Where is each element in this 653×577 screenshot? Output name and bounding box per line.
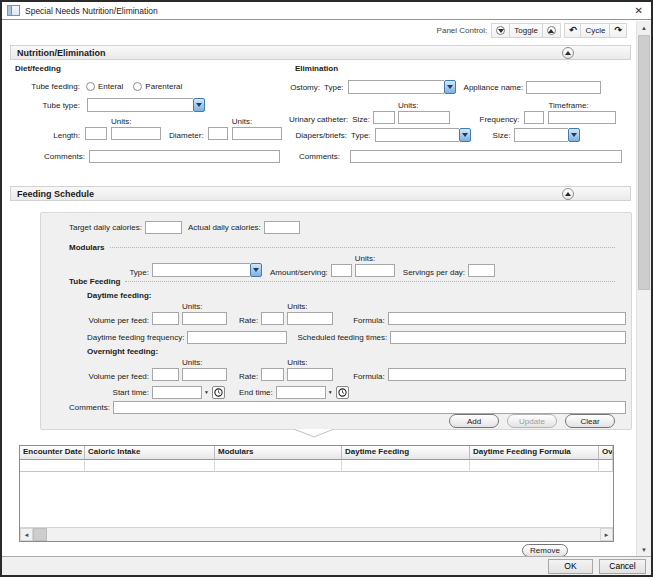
diapers-size-label: Size: [493, 131, 511, 140]
elimination-group: Elimination Ostomy: Type: Appliance name… [242, 62, 632, 174]
collapse-all-button[interactable] [491, 23, 510, 38]
diameter-input[interactable] [208, 127, 228, 140]
horizontal-scroll-thumb[interactable] [33, 528, 47, 541]
units-label: Units: [111, 117, 131, 126]
ostomy-type-select[interactable] [348, 80, 456, 94]
daytime-frequency-label: Daytime feeding frequency: [87, 333, 184, 342]
scroll-up-icon[interactable]: ▲ [637, 21, 651, 34]
vertical-scrollbar[interactable]: ▲ ▼ [636, 21, 651, 556]
appliance-name-input[interactable] [526, 81, 601, 94]
grid-body[interactable] [20, 472, 613, 527]
parenteral-radio[interactable] [133, 82, 142, 91]
overnight-volume-units-input[interactable] [182, 368, 227, 381]
amount-serving-input[interactable] [331, 264, 352, 277]
timeframe-input[interactable] [548, 111, 616, 124]
daytime-volume-units-input[interactable] [182, 312, 227, 325]
column-header-daytime-feeding[interactable]: Daytime Feeding [342, 446, 470, 460]
scroll-right-icon[interactable]: ► [600, 528, 613, 541]
dropdown-arrow-icon[interactable] [444, 80, 456, 94]
end-time-input[interactable] [276, 386, 326, 399]
tube-type-select[interactable] [87, 98, 205, 112]
end-time-label: End time: [239, 388, 273, 397]
cycle-panels-button[interactable]: Cycle [581, 23, 610, 38]
catheter-size-input[interactable] [373, 111, 395, 124]
daytime-frequency-input[interactable] [187, 331, 287, 344]
dropdown-arrow-icon[interactable] [568, 128, 580, 142]
overnight-volume-input[interactable] [152, 368, 179, 381]
diapers-size-select[interactable] [514, 128, 580, 142]
modulars-type-select[interactable] [152, 263, 262, 277]
daytime-formula-input[interactable] [388, 312, 626, 325]
servings-per-day-label: Servings per day: [403, 268, 465, 277]
toggle-panels-button[interactable]: Toggle [510, 23, 543, 38]
catheter-size-label: Size: [352, 115, 370, 124]
servings-per-day-input[interactable] [468, 264, 495, 277]
column-header-encounter-date[interactable]: Encounter Date [20, 446, 85, 460]
daytime-volume-input[interactable] [152, 312, 179, 325]
add-button[interactable]: Add [449, 414, 499, 428]
start-time-input[interactable] [152, 386, 202, 399]
daytime-rate-input[interactable] [261, 312, 284, 325]
collapse-icon [565, 51, 571, 55]
circle-up-icon [547, 26, 556, 35]
units-label: Units: [355, 254, 375, 263]
collapse-feeding-button[interactable] [562, 188, 574, 200]
title-bar: Special Needs Nutrition/Elimination ✕ [2, 2, 651, 20]
length-units-input[interactable] [111, 127, 161, 140]
ok-button[interactable]: OK [548, 559, 593, 574]
panel-control-label: Panel Control: [437, 26, 488, 35]
splitter-notch-icon[interactable] [294, 429, 334, 439]
feeding-schedule-grid[interactable]: Encounter Date Caloric Intake Modulars D… [19, 445, 614, 542]
vertical-scroll-thumb[interactable] [638, 35, 650, 290]
cancel-button[interactable]: Cancel [599, 559, 646, 574]
column-header-modulars[interactable]: Modulars [215, 446, 342, 460]
diapers-type-select[interactable] [375, 128, 471, 142]
overnight-rate-units-input[interactable] [287, 368, 333, 381]
frequency-label: Frequency: [480, 115, 520, 124]
scroll-left-icon[interactable]: ◄ [20, 528, 33, 541]
section-header-feeding-schedule[interactable]: Feeding Schedule [10, 186, 631, 201]
scroll-down-icon[interactable]: ▼ [637, 543, 651, 556]
parenteral-label: Parenteral [145, 82, 182, 91]
update-button: Update [507, 414, 557, 428]
clear-button[interactable]: Clear [565, 414, 615, 428]
urinary-catheter-row: Urinary catheter: Size: Units: Frequency… [242, 98, 616, 124]
time-dropdown-icon[interactable]: ▼ [328, 390, 333, 395]
column-header-caloric-intake[interactable]: Caloric Intake [85, 446, 215, 460]
cycle-back-button[interactable]: ↶ [564, 23, 582, 38]
enteral-radio[interactable] [86, 82, 95, 91]
horizontal-scrollbar[interactable]: ◄ ► [20, 527, 613, 541]
scheduled-times-input[interactable] [390, 331, 626, 344]
daytime-rate-units-input[interactable] [287, 312, 333, 325]
clock-icon [338, 388, 347, 397]
catheter-units-input[interactable] [398, 111, 450, 124]
section-header-nutrition[interactable]: Nutrition/Elimination [10, 45, 631, 60]
column-header-overnight-feeding[interactable]: Overnight Feeding [599, 446, 613, 460]
dropdown-arrow-icon[interactable] [193, 98, 205, 112]
frequency-input[interactable] [524, 111, 545, 124]
appliance-name-label: Appliance name: [464, 83, 524, 92]
elimination-comments-input[interactable] [350, 150, 622, 163]
schedule-comments-input[interactable] [113, 401, 626, 414]
column-header-daytime-formula[interactable]: Daytime Feeding Formula [470, 446, 599, 460]
target-calories-input[interactable] [145, 221, 182, 234]
units-label: Units: [398, 101, 418, 110]
overnight-formula-input[interactable] [388, 368, 626, 381]
grid-empty-row[interactable] [20, 460, 613, 472]
close-icon[interactable]: ✕ [632, 6, 646, 16]
timeframe-label: Timeframe: [548, 101, 588, 110]
dropdown-arrow-icon[interactable] [250, 263, 262, 277]
collapse-nutrition-button[interactable] [562, 47, 574, 59]
dropdown-arrow-icon[interactable] [459, 128, 471, 142]
overnight-rate-input[interactable] [261, 368, 284, 381]
actual-calories-input[interactable] [264, 221, 300, 234]
start-time-clock-button[interactable] [212, 386, 225, 399]
cycle-forward-button[interactable]: ↷ [610, 23, 627, 38]
end-time-clock-button[interactable] [336, 386, 349, 399]
amount-units-input[interactable] [355, 264, 395, 277]
overnight-feeding-heading: Overnight feeding: [87, 347, 158, 356]
diapers-type-label: Type: [351, 131, 371, 140]
length-input[interactable] [85, 127, 107, 140]
time-dropdown-icon[interactable]: ▼ [204, 390, 209, 395]
expand-all-button[interactable] [543, 23, 561, 38]
